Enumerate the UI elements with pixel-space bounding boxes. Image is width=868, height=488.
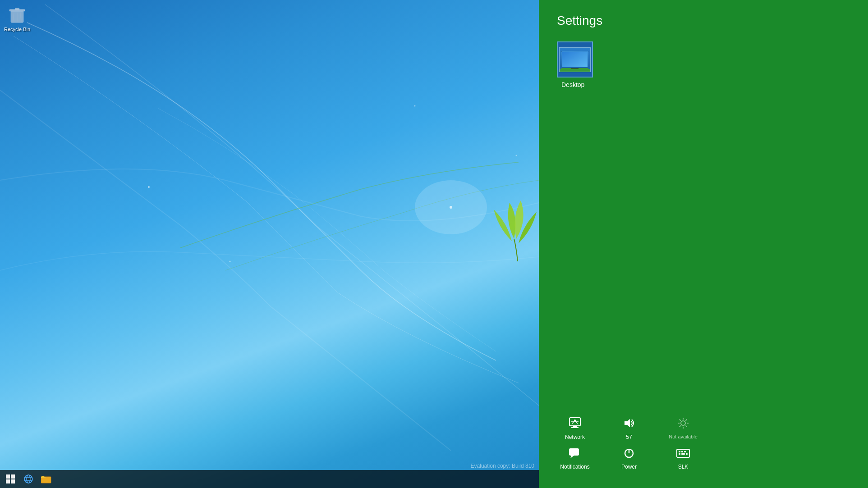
svg-rect-45 bbox=[569, 448, 579, 456]
svg-point-3 bbox=[414, 105, 416, 107]
ie-icon bbox=[23, 474, 34, 484]
network-icon bbox=[567, 415, 583, 431]
svg-marker-35 bbox=[625, 419, 630, 427]
brightness-icon bbox=[675, 415, 691, 431]
start-icon bbox=[6, 474, 15, 483]
svg-line-42 bbox=[685, 425, 687, 427]
svg-rect-26 bbox=[561, 68, 588, 70]
recycle-bin-icon[interactable]: Recycle Bin bbox=[2, 2, 32, 34]
desktop-background-curves bbox=[0, 0, 539, 488]
desktop-tile-area: Desktop bbox=[539, 37, 868, 93]
svg-rect-14 bbox=[6, 479, 10, 483]
volume-icon-svg bbox=[622, 417, 636, 429]
svg-rect-53 bbox=[679, 453, 680, 455]
settings-row-1: Network 57 bbox=[557, 415, 850, 440]
notifications-label: Notifications bbox=[560, 464, 589, 470]
keyboard-button[interactable]: SLK bbox=[665, 445, 701, 470]
power-icon bbox=[621, 445, 637, 461]
svg-rect-11 bbox=[15, 8, 19, 10]
svg-rect-25 bbox=[562, 52, 588, 67]
settings-title: Settings bbox=[539, 0, 868, 37]
watermark-text: Evaluation copy: Build 810 bbox=[471, 463, 534, 469]
settings-controls: Network 57 bbox=[539, 415, 868, 474]
settings-panel: Settings bbox=[539, 0, 868, 488]
svg-point-5 bbox=[516, 155, 517, 156]
svg-line-44 bbox=[680, 425, 681, 427]
network-button[interactable]: Network bbox=[557, 415, 593, 440]
power-icon-svg bbox=[622, 447, 636, 459]
svg-rect-15 bbox=[11, 479, 15, 483]
recycle-bin-graphic bbox=[6, 4, 28, 26]
file-explorer-icon bbox=[41, 474, 52, 483]
recycle-bin-label: Recycle Bin bbox=[4, 27, 30, 32]
desktop-tile-graphic bbox=[559, 47, 591, 72]
taskbar bbox=[0, 470, 539, 488]
brightness-label: Not available bbox=[669, 434, 698, 439]
svg-rect-12 bbox=[6, 474, 10, 479]
svg-line-41 bbox=[680, 420, 681, 421]
keyboard-label: SLK bbox=[678, 464, 689, 470]
settings-row-2: Notifications Power bbox=[557, 445, 850, 470]
svg-rect-50 bbox=[679, 451, 680, 452]
desktop-tile-label: Desktop bbox=[561, 81, 850, 88]
svg-point-2 bbox=[230, 261, 231, 262]
brightness-icon-svg bbox=[676, 417, 690, 429]
ie-button[interactable] bbox=[20, 471, 37, 487]
svg-point-4 bbox=[450, 206, 452, 209]
volume-button[interactable]: 57 bbox=[611, 415, 647, 440]
desktop-tile-button[interactable] bbox=[557, 41, 593, 78]
svg-point-1 bbox=[148, 186, 150, 188]
keyboard-icon bbox=[675, 445, 691, 461]
svg-rect-51 bbox=[681, 451, 683, 452]
network-icon-svg bbox=[568, 417, 582, 429]
desktop: Recycle Bin Evaluation copy: Build 810 bbox=[0, 0, 539, 488]
svg-rect-54 bbox=[681, 453, 685, 455]
svg-rect-52 bbox=[684, 451, 686, 452]
power-label: Power bbox=[621, 464, 637, 470]
file-explorer-button[interactable] bbox=[38, 471, 55, 487]
volume-label: 57 bbox=[626, 434, 632, 440]
svg-rect-30 bbox=[571, 427, 579, 428]
desktop-tile-svg bbox=[561, 51, 588, 72]
svg-point-16 bbox=[24, 475, 32, 483]
start-button[interactable] bbox=[2, 471, 19, 487]
svg-line-43 bbox=[685, 420, 687, 421]
power-button[interactable]: Power bbox=[611, 445, 647, 470]
svg-point-17 bbox=[27, 475, 30, 483]
svg-point-36 bbox=[681, 421, 685, 425]
svg-rect-29 bbox=[573, 426, 577, 427]
svg-rect-13 bbox=[11, 474, 15, 479]
svg-rect-27 bbox=[571, 68, 579, 71]
recycle-bin-svg bbox=[8, 5, 26, 24]
volume-icon bbox=[621, 415, 637, 431]
notifications-icon bbox=[567, 445, 583, 461]
svg-marker-46 bbox=[570, 456, 574, 458]
network-label: Network bbox=[565, 434, 585, 440]
keyboard-icon-svg bbox=[676, 447, 690, 459]
notifications-icon-svg bbox=[568, 447, 582, 459]
svg-rect-21 bbox=[41, 477, 46, 478]
brightness-button[interactable]: Not available bbox=[665, 415, 701, 440]
notifications-button[interactable]: Notifications bbox=[557, 445, 593, 470]
svg-rect-55 bbox=[686, 453, 688, 455]
